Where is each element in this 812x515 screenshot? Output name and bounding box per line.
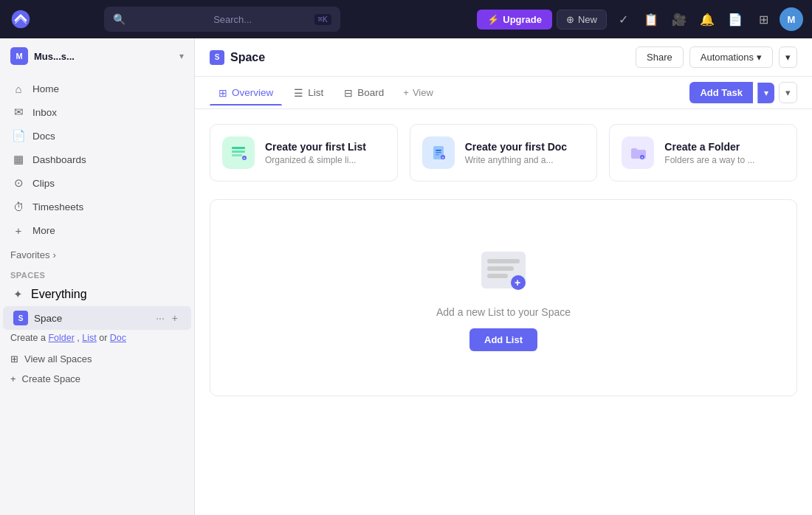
folder-card-description: Folders are a way to ... (664, 155, 754, 165)
clips-icon: ⊙ (12, 176, 25, 190)
timesheets-icon: ⏱ (12, 200, 25, 213)
svg-text:+: + (441, 155, 444, 159)
tab-overview-label: Overview (232, 87, 273, 98)
doc-card-description: Write anything and a... (465, 155, 567, 165)
doc-card-text: Create your first Doc Write anything and… (465, 141, 567, 165)
list-tab-icon: ☰ (294, 87, 303, 99)
space-add-button[interactable]: + (169, 311, 181, 325)
overview-tab-icon: ⊞ (219, 87, 227, 99)
sidebar-item-clips[interactable]: ⊙ Clips (6, 171, 188, 195)
create-space-label: Create Space (22, 373, 81, 384)
content-expand-button[interactable]: ▾ (779, 82, 797, 103)
view-all-spaces[interactable]: ⊞ View all Spaces (0, 349, 194, 369)
create-doc-link[interactable]: Doc (110, 333, 126, 343)
svg-rect-2 (232, 151, 245, 153)
create-folder-link[interactable]: Folder (48, 333, 74, 343)
add-list-button[interactable]: Add List (469, 328, 537, 351)
clipboard-icon-button[interactable]: 📄 (723, 7, 747, 31)
svg-text:+: + (641, 155, 644, 159)
add-task-dropdown-button[interactable]: ▾ (757, 83, 774, 103)
sidebar-item-everything[interactable]: ✦ Everything (0, 283, 194, 306)
create-space[interactable]: + Create Space (0, 369, 194, 389)
create-text: Create a (10, 333, 46, 343)
add-view-icon: + (403, 87, 409, 98)
svg-text:+: + (515, 277, 520, 288)
check-icon-button[interactable]: ✓ (611, 7, 635, 31)
automations-label: Automations (701, 52, 754, 63)
svg-text:+: + (244, 156, 246, 160)
sidebar-item-dashboards[interactable]: ▦ Dashboards (6, 148, 188, 171)
sidebar: M Mus...s... ▾ ⌂ Home ✉ Inbox 📄 Docs ▦ D… (0, 38, 195, 515)
space-options-button[interactable]: ··· (153, 311, 168, 325)
folder-card-icon: + (622, 136, 654, 169)
search-bar[interactable]: 🔍 Search... ⌘K (104, 7, 340, 32)
home-icon: ⌂ (12, 82, 25, 95)
content-area: S Space Share Automations ▾ ▾ ⊞ Overview… (195, 38, 812, 515)
plus-icon: ⊕ (566, 14, 574, 25)
list-card-icon: + (222, 136, 255, 169)
upgrade-label: Upgrade (503, 14, 542, 25)
empty-illustration: + (474, 244, 533, 296)
svg-rect-16 (487, 266, 514, 271)
workspace-selector[interactable]: M Mus...s... ▾ (0, 38, 194, 74)
automations-button[interactable]: Automations ▾ (689, 46, 773, 68)
sidebar-item-docs-label: Docs (32, 131, 55, 142)
empty-state: + Add a new List to your Space Add List (225, 215, 782, 381)
more-icon: + (12, 224, 25, 237)
grid-small-icon: ⊞ (10, 353, 18, 364)
sidebar-item-space[interactable]: S Space ··· + (3, 306, 191, 330)
add-view-button[interactable]: + View (396, 83, 441, 103)
create-folder-card[interactable]: + Create a Folder Folders are a way to .… (609, 124, 797, 182)
everything-icon: ✦ (10, 287, 25, 302)
sidebar-item-home[interactable]: ⌂ Home (6, 77, 188, 100)
inbox-icon: ✉ (12, 106, 25, 119)
doc-card-icon: + (422, 136, 455, 169)
sidebar-item-more[interactable]: + More (6, 218, 188, 242)
page-space-icon: S (210, 50, 224, 65)
svg-point-0 (12, 10, 30, 29)
create-list-card[interactable]: + Create your first List Organized & sim… (210, 124, 398, 182)
sidebar-item-docs[interactable]: 📄 Docs (6, 124, 188, 148)
svg-rect-15 (487, 259, 520, 263)
sidebar-item-inbox[interactable]: ✉ Inbox (6, 100, 188, 124)
new-button[interactable]: ⊕ New (557, 10, 607, 30)
svg-rect-9 (436, 154, 439, 156)
everything-label: Everything (31, 288, 87, 301)
tab-list-label: List (308, 87, 323, 98)
sidebar-item-timesheets[interactable]: ⏱ Timesheets (6, 195, 188, 218)
tab-list[interactable]: ☰ List (285, 81, 332, 105)
create-doc-card[interactable]: + Create your first Doc Write anything a… (410, 124, 598, 182)
svg-rect-8 (436, 152, 441, 153)
main-navigation: ⌂ Home ✉ Inbox 📄 Docs ▦ Dashboards ⊙ Cli… (0, 74, 194, 245)
tab-board[interactable]: ⊟ Board (335, 81, 393, 105)
page-title: Space (230, 51, 265, 64)
new-label: New (578, 14, 597, 25)
tab-overview[interactable]: ⊞ Overview (210, 81, 282, 105)
doc-icon-button[interactable]: 📋 (639, 7, 663, 31)
upgrade-icon: ⚡ (487, 14, 499, 25)
search-placeholder: Search... (213, 14, 308, 25)
header-expand-button[interactable]: ▾ (779, 46, 797, 68)
avatar[interactable]: M (780, 7, 803, 31)
empty-state-container: + Add a new List to your Space Add List (210, 199, 797, 396)
view-all-spaces-label: View all Spaces (24, 353, 92, 364)
sidebar-item-dashboards-label: Dashboards (32, 154, 86, 165)
upgrade-button[interactable]: ⚡ Upgrade (477, 10, 552, 30)
grid-icon-button[interactable]: ⊞ (751, 7, 775, 31)
workspace-icon-letter: M (16, 52, 22, 61)
plus-circle-icon: + (10, 373, 16, 384)
add-task-button[interactable]: Add Task (689, 82, 753, 103)
add-view-label: View (413, 87, 433, 98)
favorites-row[interactable]: Favorites › (0, 245, 194, 265)
page-tabs: ⊞ Overview ☰ List ⊟ Board + View Add Tas… (195, 77, 812, 109)
bell-icon-button[interactable]: 🔔 (695, 7, 719, 31)
spaces-label: Spaces (0, 265, 194, 283)
search-shortcut: ⌘K (314, 14, 331, 25)
camera-icon-button[interactable]: 🎥 (667, 7, 691, 31)
list-card-description: Organized & simple li... (265, 155, 366, 165)
share-button[interactable]: Share (636, 46, 684, 68)
svg-rect-1 (232, 147, 245, 149)
create-list-link[interactable]: List (82, 333, 96, 343)
page-title-area: S Space (210, 50, 627, 65)
app-logo[interactable] (9, 7, 32, 31)
